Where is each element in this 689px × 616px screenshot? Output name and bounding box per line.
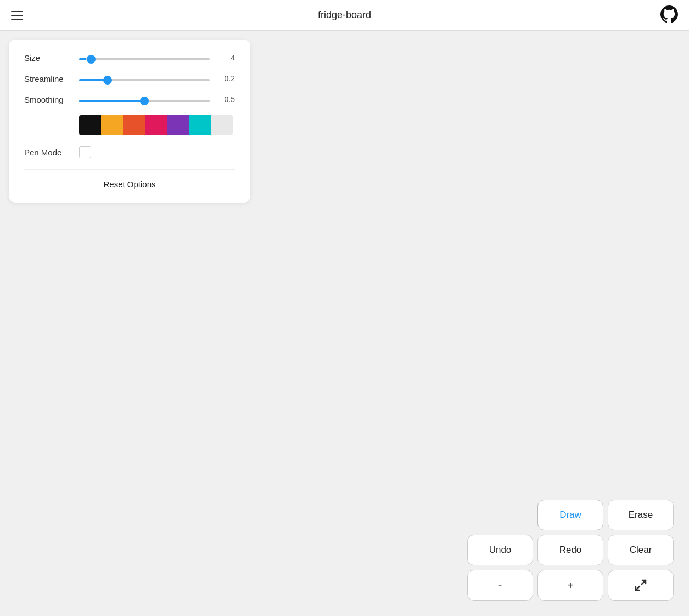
smoothing-slider-container [79,94,210,104]
menu-icon [11,19,23,20]
undo-button[interactable]: Undo [467,535,533,565]
size-slider[interactable] [79,58,210,60]
color-swatch-cyan[interactable] [189,115,211,135]
fullscreen-icon [634,579,647,592]
zoom-in-button[interactable]: + [537,570,603,601]
canvas-area[interactable]: Size 4 Streamline 0.2 Smoothing 0.5 [0,31,689,616]
zoom-out-button[interactable]: - [467,570,533,601]
smoothing-value: 0.5 [215,95,235,104]
header: fridge-board [0,0,689,31]
reset-options-button[interactable]: Reset Options [103,180,155,189]
draw-button[interactable]: Draw [537,500,603,530]
streamline-value: 0.2 [215,74,235,83]
color-swatch-black[interactable] [79,115,101,135]
size-row: Size 4 [24,53,235,63]
smoothing-slider[interactable] [79,100,210,102]
size-value: 4 [215,53,235,62]
fullscreen-button[interactable] [608,570,674,601]
streamline-slider[interactable] [79,79,210,81]
pen-mode-row: Pen Mode [24,146,235,158]
color-swatch-pink[interactable] [145,115,167,135]
color-swatch-orange[interactable] [123,115,145,135]
undo-redo-clear-row: Undo Redo Clear [467,535,674,565]
size-label: Size [24,53,79,63]
options-panel: Size 4 Streamline 0.2 Smoothing 0.5 [9,40,250,203]
draw-erase-row: Draw Erase [537,500,674,530]
pen-mode-label: Pen Mode [24,148,79,157]
app-title: fridge-board [318,9,371,21]
streamline-row: Streamline 0.2 [24,74,235,83]
clear-button[interactable]: Clear [608,535,674,565]
size-slider-container [79,53,210,63]
streamline-slider-container [79,74,210,83]
color-swatch-purple[interactable] [167,115,189,135]
menu-icon [11,11,23,12]
streamline-label: Streamline [24,74,79,83]
zoom-fullscreen-row: - + [467,570,674,601]
erase-button[interactable]: Erase [608,500,674,530]
pen-mode-checkbox[interactable] [79,146,91,158]
color-swatch-empty[interactable] [211,115,233,135]
menu-button[interactable] [11,11,23,20]
redo-button[interactable]: Redo [537,535,603,565]
github-link[interactable] [660,5,678,25]
reset-options-row: Reset Options [24,169,235,189]
bottom-controls: Draw Erase Undo Redo Clear - + [467,500,674,601]
smoothing-label: Smoothing [24,95,79,104]
menu-icon [11,15,23,16]
color-swatch-yellow[interactable] [101,115,123,135]
github-icon [660,5,678,23]
color-swatches [79,115,235,135]
smoothing-row: Smoothing 0.5 [24,94,235,104]
